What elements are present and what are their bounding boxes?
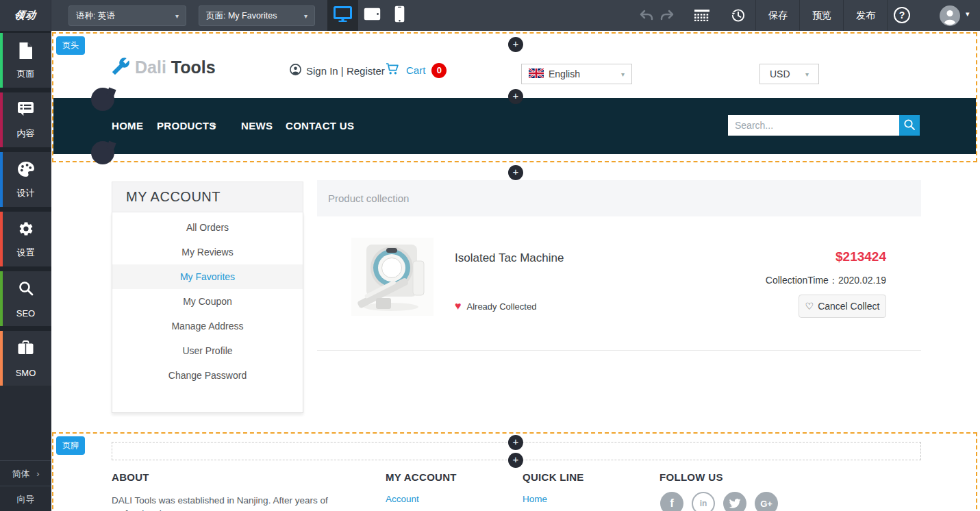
sidebar-item-smo[interactable]: SMO xyxy=(0,331,51,386)
footer-follow-title: FOLLOW US xyxy=(659,471,723,483)
person-icon xyxy=(290,64,301,77)
sidebar-item-wizard[interactable]: 向导 xyxy=(0,486,51,511)
site-search xyxy=(728,115,920,136)
section-drag-handle[interactable] xyxy=(91,88,114,111)
currency-value: USD xyxy=(770,68,790,79)
account-menu-list: All Orders My Reviews My Favorites My Co… xyxy=(112,212,303,413)
grid-icon[interactable] xyxy=(694,10,709,24)
product-price: $213424 xyxy=(835,249,886,264)
site-nav: HOME PRODUCTS » NEWS CONTACT US xyxy=(53,98,976,154)
sidebar-item-design[interactable]: 设计 xyxy=(0,152,51,207)
search-icon xyxy=(903,119,916,133)
collected-label: Already Collected xyxy=(467,301,537,312)
add-block-button[interactable]: + xyxy=(508,453,523,468)
product-image[interactable] xyxy=(351,238,434,316)
nav-news[interactable]: NEWS xyxy=(241,120,273,132)
menu-item-my-favorites[interactable]: My Favorites xyxy=(112,264,303,289)
section-drag-handle[interactable] xyxy=(91,141,114,164)
footer-account-title: MY ACCOUNT xyxy=(386,471,457,483)
history-icon[interactable] xyxy=(730,8,746,26)
footer-quick-title: QUICK LINE xyxy=(523,471,584,483)
chevron-down-icon[interactable]: ▾ xyxy=(966,10,970,18)
page-canvas: 页头 Dali Tools Sign In | Register Cart 0 … xyxy=(51,31,980,511)
language-selector[interactable]: 语种: 英语 ▾ xyxy=(68,5,186,26)
device-tablet-button[interactable] xyxy=(358,0,386,31)
currency-select[interactable]: USD ▾ xyxy=(759,64,819,84)
site-language-select[interactable]: English ▾ xyxy=(521,64,632,84)
footer-about-title: ABOUT xyxy=(112,471,149,483)
editor-sidebar: 页面 内容 设计 设置 SEO SMO 简体 › 向导 xyxy=(0,31,51,511)
page-selector-label: 页面: My Favorites xyxy=(206,10,277,22)
logo-word-1: Dali xyxy=(135,58,166,77)
footer-section-tag[interactable]: 页脚 xyxy=(56,436,85,455)
nav-products[interactable]: PRODUCTS xyxy=(157,120,216,132)
save-button[interactable]: 保存 xyxy=(756,0,800,31)
menu-item-my-reviews[interactable]: My Reviews xyxy=(112,240,303,264)
footer-section-selection[interactable]: 页脚 + + ABOUT MY ACCOUNT QUICK LINE FOLLO… xyxy=(52,432,977,511)
add-block-button[interactable]: + xyxy=(508,37,523,52)
sidebar-item-simplified[interactable]: 简体 › xyxy=(0,460,51,486)
undo-icon[interactable] xyxy=(639,9,654,24)
sidebar-item-pages[interactable]: 页面 xyxy=(0,33,51,88)
avatar[interactable] xyxy=(940,5,960,29)
add-block-button[interactable]: + xyxy=(508,89,523,104)
menu-item-manage-address[interactable]: Manage Address xyxy=(112,314,303,338)
footer-account-link[interactable]: Account xyxy=(386,494,419,504)
header-section-selection[interactable]: 页头 Dali Tools Sign In | Register Cart 0 … xyxy=(52,32,977,162)
sidebar-item-settings[interactable]: 设置 xyxy=(0,212,51,266)
tablet-icon xyxy=(364,8,381,23)
language-selector-label: 语种: 英语 xyxy=(76,10,115,22)
cart-link[interactable]: Cart 0 xyxy=(386,62,447,78)
briefcase-icon xyxy=(0,340,51,358)
account-menu-panel: MY ACCOUNT All Orders My Reviews My Favo… xyxy=(112,182,303,413)
redo-icon[interactable] xyxy=(659,9,675,24)
menu-item-user-profile[interactable]: User Profile xyxy=(112,338,303,363)
help-icon[interactable]: ? xyxy=(894,7,910,23)
add-block-button[interactable]: + xyxy=(508,435,523,450)
linkedin-icon[interactable]: in xyxy=(692,492,715,511)
footer-home-link[interactable]: Home xyxy=(523,494,547,504)
publish-button[interactable]: 发布 xyxy=(844,0,888,31)
facebook-icon[interactable]: f xyxy=(660,492,683,511)
cart-count-badge: 0 xyxy=(431,63,447,78)
content-icon xyxy=(0,101,51,119)
heart-outline-icon: ♡ xyxy=(805,301,814,312)
double-chevron-down-icon: » xyxy=(210,123,220,128)
social-icons: f in G+ xyxy=(660,492,778,511)
sidebar-item-content[interactable]: 内容 xyxy=(0,92,51,147)
menu-item-all-orders[interactable]: All Orders xyxy=(112,215,303,240)
signin-register-link[interactable]: Sign In | Register xyxy=(290,64,385,77)
chevron-down-icon: ▾ xyxy=(805,71,809,78)
sidebar-item-seo[interactable]: SEO xyxy=(0,271,51,326)
palette-icon xyxy=(0,161,51,180)
seo-search-icon xyxy=(0,280,51,299)
google-plus-icon[interactable]: G+ xyxy=(755,492,778,511)
device-phone-button[interactable] xyxy=(386,0,413,31)
add-section-button[interactable]: + xyxy=(508,165,523,180)
page-selector[interactable]: 页面: My Favorites ▾ xyxy=(199,5,315,26)
search-button[interactable] xyxy=(899,115,920,136)
collected-status: ♥ Already Collected xyxy=(455,300,536,312)
cancel-collect-button[interactable]: ♡ Cancel Collect xyxy=(799,295,886,318)
phone-icon xyxy=(394,5,405,25)
site-logo[interactable]: Dali Tools xyxy=(112,57,216,78)
cart-icon xyxy=(386,62,400,78)
collection-time: CollectionTime：2020.02.19 xyxy=(766,275,886,287)
device-desktop-button[interactable] xyxy=(327,0,358,31)
product-name[interactable]: Isolated Tac Machine xyxy=(455,251,564,265)
editor-toolbar: 领动 语种: 英语 ▾ 页面: My Favorites ▾ 保存 预览 发布 … xyxy=(0,0,980,31)
search-input[interactable] xyxy=(728,115,899,136)
chevron-down-icon: ▾ xyxy=(299,12,307,20)
nav-contact[interactable]: CONTACT US xyxy=(286,120,354,132)
page-icon xyxy=(0,42,51,62)
menu-item-my-coupon[interactable]: My Coupon xyxy=(112,289,303,314)
header-section-tag[interactable]: 页头 xyxy=(56,36,85,55)
chevron-down-icon: ▾ xyxy=(170,12,179,20)
menu-item-change-password[interactable]: Change Password xyxy=(112,363,303,388)
product-collection-panel: Product collection Isolated Tac Machine … xyxy=(317,180,921,351)
twitter-icon[interactable] xyxy=(723,492,746,511)
nav-home[interactable]: HOME xyxy=(112,120,143,132)
preview-button[interactable]: 预览 xyxy=(800,0,844,31)
chevron-down-icon: ▾ xyxy=(621,71,625,78)
heart-icon: ♥ xyxy=(455,300,462,312)
